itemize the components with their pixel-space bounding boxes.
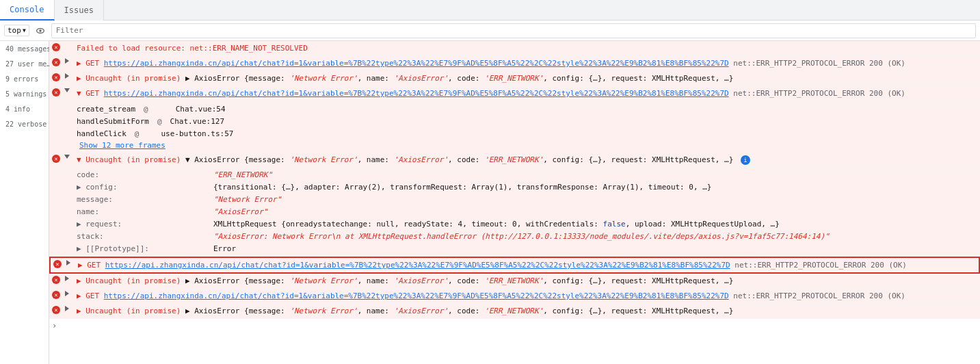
row-expand[interactable] bbox=[63, 87, 74, 92]
prop-val: "AxiosError: Network Error\n at XMLHttpR… bbox=[213, 231, 830, 243]
error-suffix: net::ERR_HTTP2_PROTOCOL_ERROR 200 (OK) bbox=[730, 261, 907, 270]
error-suffix: net::ERR_HTTP2_PROTOCOL_ERROR 200 (OK) bbox=[729, 291, 905, 300]
row-content: ▼ GET https://api.zhangxinda.cn/api/chat… bbox=[74, 87, 980, 100]
prop-key: ▶ [[Prototype]]: bbox=[77, 243, 213, 255]
sidebar-item-warnings[interactable]: 5 warnings bbox=[0, 86, 49, 101]
row-content: ▶ Uncaught (in promise) ▶ AxiosError {me… bbox=[74, 274, 980, 287]
get-label: ▶ GET bbox=[77, 291, 104, 300]
get-label: ▼ GET bbox=[77, 89, 104, 98]
row-expand[interactable] bbox=[63, 72, 74, 79]
row-expand[interactable] bbox=[63, 42, 74, 43]
tab-issues[interactable]: Issues bbox=[55, 0, 104, 21]
row-content: ▶ Uncaught (in promise) ▶ AxiosError {me… bbox=[74, 72, 980, 85]
sidebar-item-user[interactable]: 27 user me… bbox=[0, 56, 49, 71]
row-expand[interactable] bbox=[63, 304, 74, 311]
at-label: @ bbox=[144, 105, 148, 114]
main-area: 40 messages 27 user me… 9 errors 5 warni… bbox=[0, 41, 980, 364]
row-content: ▼ Uncaught (in promise) ▼ AxiosError {me… bbox=[74, 153, 980, 166]
error-detail: ▶ AxiosError {message: 'Network Error', … bbox=[181, 307, 733, 315]
function-name: create_stream bbox=[77, 105, 135, 114]
filter-input[interactable] bbox=[51, 23, 976, 38]
row-expand[interactable] bbox=[63, 289, 74, 296]
error-prop: ▶ config: {transitional: {…}, adapter: A… bbox=[74, 181, 980, 194]
prop-key: ▶ config: bbox=[77, 181, 213, 194]
prop-val: "AxiosError" bbox=[213, 206, 267, 218]
error-detail: ▶ AxiosError {message: 'Network Error', … bbox=[181, 276, 733, 285]
prop-key: message: bbox=[77, 194, 213, 206]
log-row: ✕ ▶ GET https://api.zhangxinda.cn/api/ch… bbox=[49, 289, 980, 304]
stack-frame: handleClick @ use-button.ts:57 bbox=[74, 127, 980, 140]
row-expand[interactable] bbox=[63, 274, 74, 281]
get-label: ▶ GET bbox=[78, 261, 105, 270]
eye-icon bbox=[35, 25, 46, 36]
caret-down-icon bbox=[64, 88, 70, 92]
error-icon: ✕ bbox=[52, 73, 60, 81]
level-label: top bbox=[8, 26, 21, 35]
error-icon: ✕ bbox=[53, 260, 62, 268]
error-prop: message: "Network Error" bbox=[74, 194, 980, 206]
prop-val: "ERR_NETWORK" bbox=[213, 169, 272, 181]
eye-button[interactable] bbox=[32, 23, 49, 39]
error-prop: ▶ request: XMLHttpRequest {onreadystatec… bbox=[74, 218, 980, 231]
error-icon: ✕ bbox=[52, 155, 60, 163]
function-name: handleClick bbox=[77, 129, 127, 138]
uncaught-label: ▼ Uncaught (in promise) bbox=[77, 155, 181, 164]
error-icon-container: ✕ bbox=[49, 87, 63, 96]
stack-frame: handleSubmitForm @ Chat.vue:127 bbox=[74, 115, 980, 127]
file-link[interactable]: Chat.vue:127 bbox=[170, 117, 224, 126]
error-icon-container: ✕ bbox=[49, 42, 63, 51]
error-icon: ✕ bbox=[52, 88, 60, 96]
error-icon-container: ✕ bbox=[49, 72, 63, 81]
prompt-row: › bbox=[49, 319, 980, 333]
prop-key: ▶ request: bbox=[77, 218, 213, 231]
caret-right-icon bbox=[65, 306, 69, 311]
toolbar: top ▼ bbox=[0, 21, 980, 41]
request-url-link[interactable]: https://api.zhangxinda.cn/api/chat/chat?… bbox=[104, 291, 729, 300]
stack-block: create_stream @ Chat.vue:54 handleSubmit… bbox=[49, 101, 980, 153]
log-row-highlighted: ✕ ▶ GET https://api.zhangxinda.cn/api/ch… bbox=[49, 257, 980, 274]
request-url-link[interactable]: https://api.zhangxinda.cn/api/chat/chat?… bbox=[105, 261, 730, 270]
sidebar-item-all-label: 40 messages bbox=[5, 45, 51, 53]
axios-error-block: code: "ERR_NETWORK" ▶ config: {transitio… bbox=[49, 168, 980, 257]
error-icon-container: ✕ bbox=[49, 274, 63, 284]
file-link[interactable]: Chat.vue:54 bbox=[176, 105, 226, 114]
axios-error-detail: ▼ AxiosError {message: 'Network Error', … bbox=[185, 155, 733, 164]
tab-console[interactable]: Console bbox=[0, 0, 55, 21]
level-selector[interactable]: top ▼ bbox=[4, 25, 29, 36]
row-content: ▶ GET https://api.zhangxinda.cn/api/chat… bbox=[74, 289, 980, 302]
sidebar-item-all[interactable]: 40 messages bbox=[0, 41, 49, 56]
tabs-bar: Console Issues bbox=[0, 0, 980, 21]
sidebar-item-user-label: 27 user me… bbox=[5, 60, 51, 68]
stack-frame: create_stream @ Chat.vue:54 bbox=[74, 103, 980, 115]
error-message: Failed to load resource: net::ERR_NAME_N… bbox=[77, 44, 308, 53]
row-expand[interactable] bbox=[63, 153, 74, 159]
log-row: ✕ ▶ Uncaught (in promise) ▶ AxiosError {… bbox=[49, 304, 980, 319]
sidebar-item-info[interactable]: 4 info bbox=[0, 101, 49, 116]
tab-console-label: Console bbox=[10, 5, 44, 14]
prop-val: Error bbox=[213, 243, 236, 255]
row-content: ▶ Uncaught (in promise) ▶ AxiosError {me… bbox=[74, 304, 980, 317]
request-url-link[interactable]: https://api.zhangxinda.cn/api/chat/chat?… bbox=[104, 89, 729, 98]
error-icon: ✕ bbox=[52, 43, 60, 51]
row-expand[interactable] bbox=[64, 259, 75, 265]
row-content: Failed to load resource: net::ERR_NAME_N… bbox=[74, 42, 980, 55]
sidebar-item-errors[interactable]: 9 errors bbox=[0, 71, 49, 86]
sidebar-item-verbose[interactable]: 22 verbose bbox=[0, 116, 49, 131]
error-icon-container: ✕ bbox=[49, 289, 63, 299]
error-prop: ▶ [[Prototype]]: Error bbox=[74, 243, 980, 255]
error-message: ▶ Uncaught (in promise) bbox=[77, 276, 181, 285]
request-url-link[interactable]: https://api.zhangxinda.cn/api/chat/chat?… bbox=[104, 59, 729, 68]
row-expand[interactable] bbox=[63, 57, 74, 64]
error-icon: ✕ bbox=[52, 291, 60, 299]
show-more-container: Show 12 more frames bbox=[74, 140, 980, 151]
prop-key: code: bbox=[77, 169, 213, 181]
error-icon: ✕ bbox=[52, 58, 60, 66]
log-row: ✕ ▶ Uncaught (in promise) ▶ AxiosError {… bbox=[49, 71, 980, 86]
show-more-link[interactable]: Show 12 more frames bbox=[77, 141, 168, 150]
error-icon-container: ✕ bbox=[49, 57, 63, 66]
file-link[interactable]: use-button.ts:57 bbox=[161, 129, 233, 138]
prop-key: name: bbox=[77, 206, 213, 218]
caret-right-icon bbox=[65, 291, 69, 296]
get-label: ▶ GET bbox=[77, 59, 104, 68]
caret-right-icon bbox=[65, 73, 69, 79]
